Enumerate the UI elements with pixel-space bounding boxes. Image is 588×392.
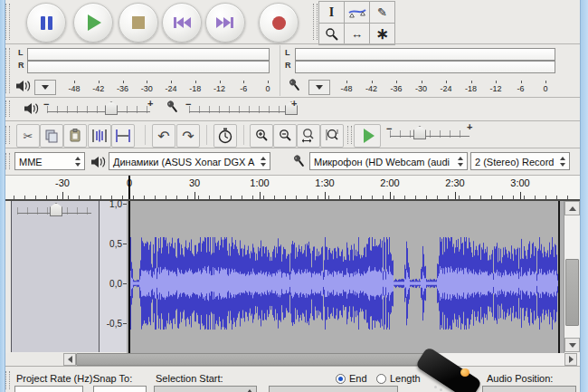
vertical-scrollbar[interactable]	[564, 201, 580, 353]
recording-meter-dropdown[interactable]	[308, 80, 330, 95]
skip-to-start-button[interactable]	[162, 3, 202, 43]
recording-meter-right-bar[interactable]	[295, 61, 555, 73]
meter-scale-value: -18	[460, 84, 482, 95]
input-volume-microphone-icon	[165, 99, 181, 115]
draw-tool-icon: ✎	[377, 5, 387, 19]
meter-scale-value: -48	[63, 84, 85, 95]
edit-toolbar-grip[interactable]	[5, 126, 10, 144]
undo-icon: ↶	[157, 128, 169, 145]
playback-speed-slider-track[interactable]	[390, 130, 469, 138]
play-icon	[88, 14, 101, 31]
horizontal-scrollbar-thumb[interactable]	[76, 353, 425, 366]
input-volume-slider-track[interactable]	[189, 106, 294, 113]
recording-meter-left-bar[interactable]	[295, 48, 555, 61]
select-spinner-icon	[75, 156, 81, 167]
copy-icon	[44, 129, 59, 143]
scroll-up-button[interactable]	[564, 201, 580, 215]
scroll-down-button[interactable]	[564, 338, 580, 352]
zoom-tool-button[interactable]	[319, 24, 344, 44]
fit-project-button[interactable]	[320, 124, 344, 148]
transcription-toolbar-grip[interactable]	[347, 126, 352, 144]
window-left-edge	[0, 0, 5, 392]
amplitude-ruler-value: 0,0	[109, 279, 122, 289]
time-shift-tool-button[interactable]: ↔	[345, 24, 369, 44]
copy-button[interactable]	[40, 124, 63, 148]
waveform-display[interactable]	[127, 201, 564, 353]
meter-scale-value: -30	[136, 84, 157, 95]
meter-scale-value: -42	[361, 84, 383, 95]
playback-meter-right-bar[interactable]	[27, 61, 270, 73]
horizontal-scrollbar[interactable]	[5, 353, 580, 366]
selection-end-input[interactable]	[269, 386, 398, 392]
tools-toolbar-grip[interactable]	[313, 4, 318, 40]
track-gain-slider-thumb[interactable]	[50, 203, 62, 216]
envelope-tool-button[interactable]	[345, 2, 369, 23]
scroll-left-button[interactable]	[63, 353, 76, 366]
zoom-in-button[interactable]	[250, 124, 273, 148]
play-at-speed-button[interactable]	[354, 124, 381, 148]
length-radio[interactable]	[376, 374, 386, 384]
record-button[interactable]	[259, 3, 299, 43]
vertical-scrollbar-thumb[interactable]	[565, 259, 579, 326]
meter-scale-value: 0	[257, 84, 279, 95]
silence-audio-button[interactable]	[111, 124, 135, 148]
skip-to-end-button[interactable]	[205, 3, 245, 43]
device-toolbar-grip[interactable]	[5, 153, 10, 169]
timeline-label: 2:00	[380, 177, 399, 188]
output-volume-slider-track[interactable]	[47, 106, 150, 113]
scroll-right-button[interactable]	[564, 353, 577, 366]
recording-meter-scale: -48-42-36-30-24-18-12-60	[336, 84, 556, 95]
output-volume-slider-thumb[interactable]	[105, 101, 118, 115]
draw-tool-button[interactable]: ✎	[370, 2, 394, 23]
project-rate-input[interactable]	[14, 386, 83, 392]
input-device-select[interactable]: Микрофон (HD Webcam (audi	[309, 152, 468, 170]
pause-button[interactable]	[26, 3, 66, 43]
fit-selection-icon	[300, 128, 317, 144]
stop-button[interactable]	[119, 3, 158, 43]
timer-record-icon	[217, 128, 233, 144]
snap-to-select[interactable]	[93, 386, 147, 392]
paste-button[interactable]	[63, 124, 87, 148]
playback-meter-left-bar[interactable]	[27, 48, 270, 61]
output-device-select[interactable]: Динамики (ASUS Xonar DGX A	[109, 152, 270, 170]
play-button[interactable]	[73, 3, 113, 43]
redo-button[interactable]: ↷	[176, 124, 200, 148]
output-volume-speaker-icon	[24, 101, 39, 116]
timeline-major-tick	[62, 192, 63, 199]
meter-scale-value: -36	[385, 84, 407, 95]
timeline-label: 1:00	[250, 177, 269, 188]
transport-toolbar-grip[interactable]	[5, 4, 10, 40]
playback-meter-dropdown[interactable]	[34, 80, 56, 95]
selection-start-input[interactable]	[154, 386, 257, 392]
playback-meter-scale: -48-42-36-30-24-18-12-60	[63, 84, 279, 95]
meter-scale-value: -48	[336, 84, 357, 95]
length-radio-label: Length	[390, 373, 421, 384]
snap-to-label: Snap To:	[93, 373, 132, 384]
audio-position-label: Audio Position:	[487, 373, 553, 384]
timeline-major-tick	[194, 192, 195, 199]
audio-host-select[interactable]: MME	[14, 152, 85, 170]
meter-scale-value: 0	[535, 84, 556, 95]
timeline-ruler[interactable]: -300301:001:302:002:303:00	[5, 176, 580, 201]
cut-button[interactable]: ✂	[16, 124, 40, 148]
amplitude-ruler-value: 1,0	[109, 199, 122, 209]
trim-audio-button[interactable]	[88, 124, 111, 148]
multi-tool-button[interactable]: ∗	[370, 24, 394, 44]
redo-icon: ↷	[182, 128, 194, 145]
undo-button[interactable]: ↶	[152, 124, 175, 148]
recording-meter-right-label: R	[285, 60, 291, 72]
end-radio[interactable]	[336, 374, 346, 384]
fit-selection-button[interactable]	[297, 124, 320, 148]
track-control-panel[interactable]	[11, 201, 100, 352]
playback-speed-slider-thumb[interactable]	[413, 126, 426, 139]
zoom-out-button[interactable]	[273, 124, 297, 148]
mixer-toolbar-grip[interactable]	[5, 100, 10, 117]
meter-toolbar-grip[interactable]	[5, 48, 10, 93]
amplitude-ruler-value: -0,5	[107, 319, 122, 329]
selection-tool-button[interactable]: I	[319, 2, 344, 23]
input-channels-select[interactable]: 2 (Stereo) Record	[470, 152, 570, 170]
timer-record-button[interactable]	[213, 124, 237, 148]
selection-toolbar-grip[interactable]	[5, 371, 10, 389]
zoom-out-icon	[278, 129, 292, 143]
audio-position-input[interactable]	[482, 386, 576, 392]
